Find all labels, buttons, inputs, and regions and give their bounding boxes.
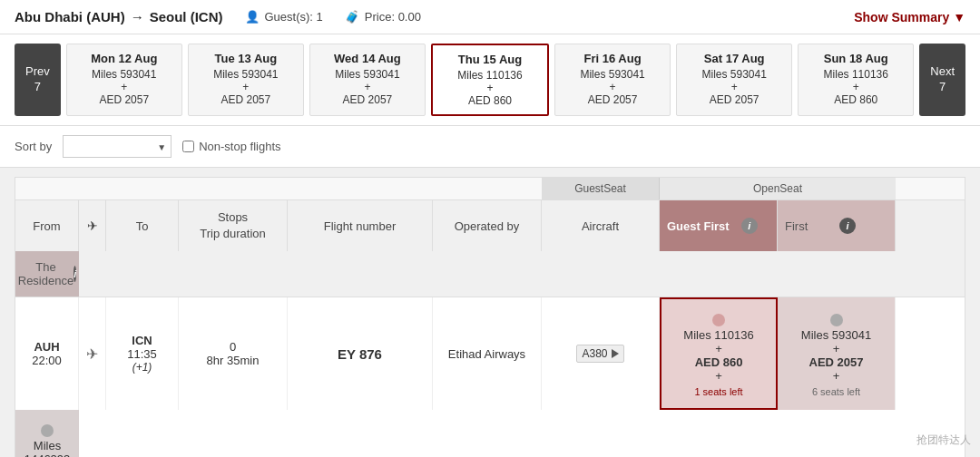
th-residence-label: The Residence — [18, 260, 74, 287]
td-to: ICN 11:35 (+1) — [106, 297, 179, 410]
show-summary-button[interactable]: Show Summary ▼ — [854, 10, 965, 24]
date-card-5[interactable]: Sat 17 Aug Miles 593041 + AED 2057 — [676, 44, 792, 116]
date-miles-4: Miles 593041 — [566, 68, 659, 81]
th-stops-label: Stops — [218, 209, 248, 226]
date-miles-2: Miles 593041 — [321, 68, 414, 81]
plane-icon: ✈ — [86, 345, 98, 363]
date-day-2: Wed 14 Aug — [321, 52, 414, 65]
date-sep-2: + — [321, 81, 414, 93]
price: 🧳 Price: 0.00 — [345, 10, 421, 24]
prev-button[interactable]: Prev 7 — [15, 44, 61, 116]
residence-miles: Miles 1446293 — [23, 439, 72, 457]
guest-first-plus2: + — [715, 369, 722, 383]
guests-icon: 👤 — [245, 10, 260, 24]
top-bar: Abu Dhabi (AUH) → Seoul (ICN) 👤 Guest(s)… — [0, 0, 980, 34]
date-card-6[interactable]: Sun 18 Aug Miles 110136 + AED 860 — [798, 44, 914, 116]
guest-first-miles: Miles 110136 — [683, 328, 753, 342]
route-to: Seoul (ICN) — [150, 9, 223, 24]
next-sub: 7 — [939, 80, 946, 95]
prev-sub: 7 — [34, 80, 41, 95]
date-card-0[interactable]: Mon 12 Aug Miles 593041 + AED 2057 — [66, 44, 182, 116]
guests-label: Guest(s): 1 — [265, 10, 323, 24]
date-day-6: Sun 18 Aug — [809, 52, 902, 65]
watermark: 抢团特达人 — [916, 433, 971, 448]
aircraft-value: A380 — [582, 347, 607, 360]
first-aed: AED 2057 — [809, 355, 864, 369]
date-card-4[interactable]: Fri 16 Aug Miles 593041 + AED 2057 — [554, 44, 671, 116]
date-aed-1: AED 2057 — [200, 93, 292, 106]
td-residence-price[interactable]: Miles 1446293 + AED 120 + — [15, 410, 79, 457]
duration: 8hr 35min — [207, 354, 260, 367]
date-card-1[interactable]: Tue 13 Aug Miles 593041 + AED 2057 — [188, 44, 304, 116]
to-code: ICN — [132, 334, 152, 347]
date-day-4: Fri 16 Aug — [566, 52, 659, 65]
flight-number-value: EY 876 — [338, 346, 382, 362]
td-aircraft: A380 — [542, 297, 660, 410]
date-card-3[interactable]: Thu 15 Aug Miles 110136 + AED 860 — [431, 44, 549, 116]
nonstop-checkbox[interactable] — [182, 141, 194, 152]
first-info-icon[interactable]: i — [839, 218, 856, 234]
date-aed-6: AED 860 — [809, 93, 902, 106]
date-miles-1: Miles 593041 — [200, 68, 292, 81]
prev-label: Prev — [25, 64, 50, 80]
th-to: To — [106, 200, 179, 251]
next-label: Next — [930, 64, 955, 80]
video-icon — [612, 349, 619, 358]
th-from: From — [15, 200, 79, 251]
flight-row: AUH 22:00 ✈ ICN 11:35 (+1) 0 8hr 35min E… — [15, 297, 965, 457]
aircraft-badge: A380 — [576, 345, 623, 363]
guest-first-radio — [712, 314, 725, 326]
td-flight-number: EY 876 — [288, 297, 433, 410]
th-first: First i — [778, 200, 896, 251]
category-header-row: GuestSeat OpenSeat — [15, 178, 965, 200]
date-card-2[interactable]: Wed 14 Aug Miles 593041 + AED 2057 — [309, 44, 426, 116]
stops-count: 0 — [230, 340, 236, 354]
guest-first-plus: + — [715, 342, 722, 355]
th-flight-number: Flight number — [288, 200, 433, 251]
td-guest-first-price[interactable]: Miles 110136 + AED 860 + 1 seats left — [660, 297, 778, 410]
route: Abu Dhabi (AUH) → Seoul (ICN) — [15, 9, 223, 24]
residence-info-icon[interactable]: i — [74, 266, 76, 282]
table-header: From ✈ To Stops Trip duration Flight num… — [15, 200, 965, 297]
th-guest-first: Guest First i — [660, 200, 778, 251]
plus1: (+1) — [132, 361, 152, 374]
price-label: Price: 0.00 — [365, 10, 421, 24]
date-miles-6: Miles 110136 — [809, 68, 902, 81]
date-aed-0: AED 2057 — [78, 93, 171, 106]
spacer — [15, 178, 542, 199]
td-first-price[interactable]: Miles 593041 + AED 2057 + 6 seats left — [778, 297, 896, 410]
date-nav: Prev 7 Mon 12 Aug Miles 593041 + AED 205… — [0, 34, 980, 126]
guests: 👤 Guest(s): 1 — [245, 10, 323, 24]
first-plus: + — [833, 342, 840, 355]
residence-radio — [41, 424, 54, 437]
guest-first-info-icon[interactable]: i — [741, 218, 758, 234]
route-arrow: → — [131, 9, 144, 24]
nonstop-text: Non-stop flights — [199, 140, 280, 153]
th-first-label: First — [785, 219, 808, 233]
date-aed-5: AED 2057 — [688, 93, 780, 106]
first-seats: 6 seats left — [812, 386, 860, 397]
date-miles-0: Miles 593041 — [78, 68, 171, 81]
date-aed-4: AED 2057 — [566, 93, 659, 106]
date-miles-5: Miles 593041 — [688, 68, 780, 81]
guest-first-seats: 1 seats left — [694, 386, 742, 397]
nonstop-label[interactable]: Non-stop flights — [182, 140, 280, 153]
date-sep-3: + — [444, 82, 536, 94]
th-aircraft: Aircraft — [542, 200, 660, 251]
sort-wrapper — [63, 135, 172, 158]
date-sep-0: + — [78, 81, 171, 93]
td-plane: ✈ — [79, 297, 106, 410]
first-plus2: + — [833, 369, 840, 383]
date-aed-3: AED 860 — [444, 94, 536, 107]
luggage-icon: 🧳 — [345, 10, 359, 24]
operated-by-value: Etihad Airways — [448, 347, 525, 361]
date-sep-5: + — [688, 81, 780, 93]
next-button[interactable]: Next 7 — [919, 44, 965, 116]
from-time: 22:00 — [32, 354, 62, 367]
date-sep-6: + — [809, 81, 902, 93]
sort-select[interactable] — [63, 135, 172, 158]
th-stops: Stops Trip duration — [179, 200, 288, 251]
date-day-1: Tue 13 Aug — [200, 52, 292, 65]
route-from: Abu Dhabi (AUH) — [15, 9, 125, 24]
date-aed-2: AED 2057 — [321, 93, 414, 106]
